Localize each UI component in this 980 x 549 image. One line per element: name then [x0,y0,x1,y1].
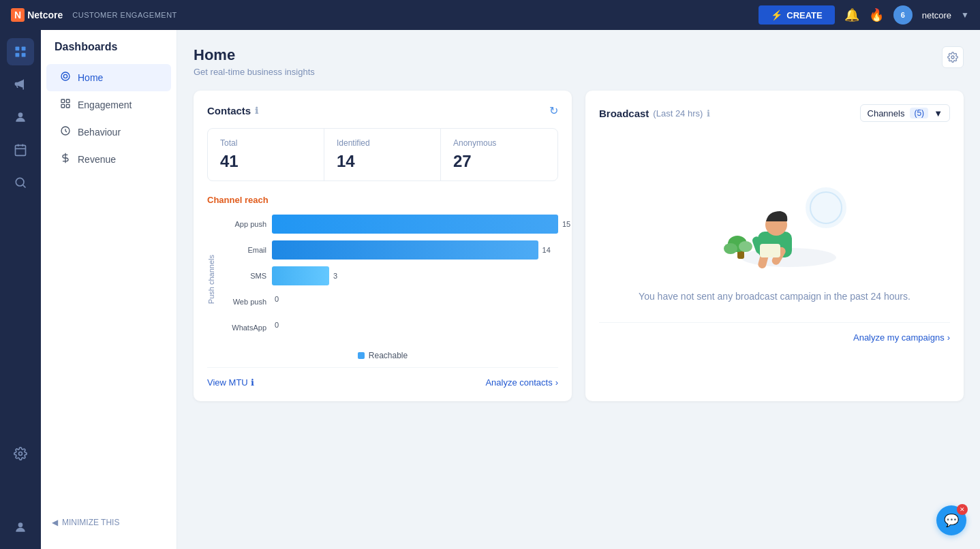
analyze-contacts-link[interactable]: Analyze contacts › [485,377,558,388]
broadcast-empty-state: You have not sent any broadcast campaign… [599,133,950,315]
anonymous-value: 27 [453,152,545,171]
svg-rect-16 [66,99,70,103]
settings-button[interactable] [942,46,964,68]
bar-row: App push15 [222,215,558,234]
contacts-refresh-button[interactable]: ↻ [549,104,558,117]
channels-count: (5) [910,108,928,119]
view-mtu-link[interactable]: View MTU ℹ [207,377,254,388]
sidebar-item-revenue[interactable]: Revenue [46,146,171,173]
bar-fill [272,266,329,285]
analyze-campaigns-text: Analyze my campaigns [853,332,945,343]
bar-value-zero: 0 [272,321,279,329]
notification-bell[interactable]: 🔔 [844,7,859,22]
sidebar-engagement-label: Engagement [78,99,132,110]
analyze-campaigns-link[interactable]: Analyze my campaigns › [853,332,950,343]
close-chat-icon[interactable]: ✕ [957,504,968,515]
svg-point-9 [16,178,24,186]
home-icon [60,71,71,84]
svg-rect-17 [61,104,65,108]
rail-megaphone-icon[interactable] [7,71,34,98]
legend-dot [358,352,365,359]
svg-point-14 [63,74,67,78]
bolt-icon: ⚡ [771,10,782,20]
svg-point-31 [724,243,737,254]
chevron-right-campaign-icon: › [947,332,950,343]
svg-point-11 [19,452,22,456]
svg-rect-3 [22,53,26,57]
legend-label: Reachable [369,351,408,360]
chat-button[interactable]: 💬 ✕ [936,505,966,535]
fire-icon[interactable]: 🔥 [869,7,884,22]
anonymous-stat: Anonymous 27 [441,129,557,181]
chevron-right-icon: › [555,377,558,388]
svg-rect-5 [16,145,26,155]
user-dropdown-arrow[interactable]: ▼ [961,10,969,20]
total-value: 41 [220,152,311,171]
rail-settings-icon[interactable] [7,440,34,467]
bar-label: Web push [222,298,266,306]
bar-label: App push [222,220,266,228]
bar-row: SMS3 [222,266,558,285]
main-content: Home Get real-time business insights Con… [177,30,980,549]
rail-user-icon[interactable] [7,514,34,541]
svg-line-10 [23,185,26,188]
behaviour-icon [60,125,71,139]
rail-contacts-icon[interactable] [7,104,34,131]
create-button[interactable]: ⚡ CREATE [759,5,834,25]
anonymous-label: Anonymous [453,138,545,148]
rail-calendar-icon[interactable] [7,136,34,163]
left-rail [0,30,41,549]
badge-count: 6 [901,11,905,19]
identified-stat: Identified 14 [324,129,441,181]
topnav-right: ⚡ CREATE 🔔 🔥 6 netcore ▼ [759,5,969,25]
rail-search-icon[interactable] [7,169,34,196]
contacts-card-footer: View MTU ℹ Analyze contacts › [207,367,558,388]
chat-icon: 💬 [944,513,959,528]
broadcast-info-icon[interactable]: ℹ [707,108,710,119]
sidebar: Dashboards Home Engagement Behaviour Rev… [41,30,177,549]
username-label[interactable]: netcore [922,10,951,20]
logo-n-icon: N [11,8,25,22]
svg-rect-18 [66,104,70,108]
total-stat: Total 41 [208,129,324,181]
minimize-button[interactable]: ◀ MINIMIZE THIS [52,518,166,527]
bar-track: 15 [272,215,558,234]
dropdown-arrow-icon: ▼ [934,108,943,119]
engagement-icon [60,98,71,112]
logo-text: Netcore [27,10,63,20]
sidebar-item-engagement[interactable]: Engagement [46,91,171,119]
netcore-logo[interactable]: N Netcore [11,8,63,22]
channels-dropdown[interactable]: Channels (5) ▼ [860,104,950,122]
logo-area: N Netcore CUSTOMER ENGAGEMENT [11,8,177,22]
svg-rect-15 [61,99,65,103]
sidebar-item-behaviour[interactable]: Behaviour [46,119,171,146]
broadcast-title-wrap: Broadcast (Last 24 hrs) ℹ [599,108,710,119]
contacts-info-icon[interactable]: ℹ [255,106,258,116]
contacts-card: Contacts ℹ ↻ Total 41 Identified 14 Anon… [194,91,572,401]
info-icon-mtu: ℹ [251,377,254,388]
svg-point-33 [806,187,846,228]
bar-label: SMS [222,272,266,280]
bar-value: 15 [562,220,570,228]
chevron-left-icon: ◀ [52,518,58,527]
bar-fill [272,240,538,260]
broadcast-title-text: Broadcast [599,108,649,119]
bars-container: App push15Email14SMS3Web push0WhatsApp0 [222,215,558,344]
svg-point-12 [18,522,23,527]
y-axis-label: Push channels [207,255,215,304]
sidebar-title: Dashboards [41,41,177,64]
view-mtu-text: View MTU [207,377,248,388]
page-header: Home Get real-time business insights [194,46,964,77]
sidebar-item-home[interactable]: Home [46,64,171,91]
contacts-stats: Total 41 Identified 14 Anonymous 27 [207,128,558,181]
svg-rect-2 [16,53,20,57]
svg-point-4 [18,112,23,117]
contacts-card-header: Contacts ℹ ↻ [207,104,558,117]
svg-rect-1 [22,47,26,51]
sidebar-behaviour-label: Behaviour [78,127,121,138]
broadcast-card-footer: Analyze my campaigns › [599,322,950,343]
bar-row: Web push0 [222,292,558,311]
channel-reach-title: Channel reach [207,195,558,205]
badge-avatar[interactable]: 6 [893,5,913,25]
rail-dashboard-icon[interactable] [7,38,34,65]
